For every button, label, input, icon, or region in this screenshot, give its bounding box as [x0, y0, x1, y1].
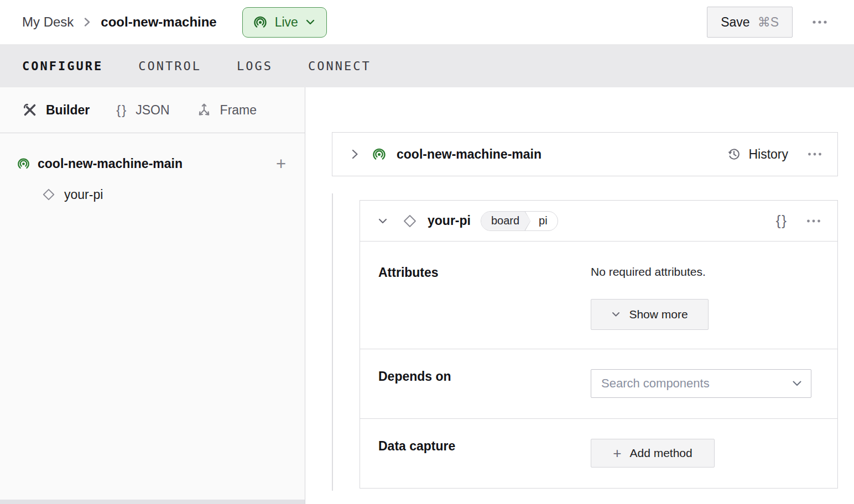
collapse-chevron-down-icon[interactable]: [377, 217, 388, 225]
braces-icon: {}: [116, 102, 127, 118]
live-status-label: Live: [275, 15, 298, 30]
configure-sidebar: Builder {} JSON Frame: [0, 87, 305, 504]
component-title: your-pi: [428, 213, 471, 228]
top-bar: My Desk cool-new-machine Live Save ⌘S: [0, 0, 854, 44]
add-method-button[interactable]: + Add method: [591, 439, 715, 468]
breadcrumb-machine-name: cool-new-machine: [101, 14, 216, 30]
tree-item-your-pi[interactable]: your-pi: [0, 179, 305, 210]
add-component-button[interactable]: +: [276, 155, 286, 172]
plus-icon: +: [613, 446, 621, 460]
component-card-header: your-pi board pi {}: [360, 201, 837, 241]
breadcrumb-chevron-icon: [83, 16, 91, 28]
component-diamond-icon: [42, 188, 55, 201]
sidebar-horizontal-scrollbar[interactable]: [0, 500, 305, 504]
machine-card-overflow-menu-icon[interactable]: [806, 149, 823, 160]
component-type-badge: board pi: [481, 211, 558, 231]
show-more-button[interactable]: Show more: [591, 299, 709, 330]
view-frame[interactable]: Frame: [196, 102, 257, 118]
history-button[interactable]: History: [727, 147, 788, 162]
configure-main-area: cool-new-machine-main History: [305, 87, 854, 504]
attributes-label: Attributes: [378, 265, 591, 349]
topbar-overflow-menu-icon[interactable]: [811, 17, 829, 28]
tree-machine-label: cool-new-machine-main: [38, 156, 183, 171]
machine-online-icon: [17, 157, 30, 171]
frame-axes-icon: [196, 102, 212, 118]
view-builder-label: Builder: [46, 103, 90, 118]
show-more-label: Show more: [629, 308, 688, 321]
component-diamond-icon: [403, 214, 417, 228]
machine-part-card: cool-new-machine-main History: [332, 132, 838, 176]
save-shortcut-hint: ⌘S: [758, 15, 779, 30]
live-status-dropdown[interactable]: Live: [242, 7, 327, 38]
depends-on-section: Depends on: [360, 349, 837, 418]
view-frame-label: Frame: [220, 103, 257, 118]
page-tab-bar: CONFIGURE CONTROL LOGS CONNECT: [0, 44, 854, 87]
search-components-input[interactable]: [591, 369, 811, 398]
tab-logs[interactable]: LOGS: [237, 59, 273, 73]
history-icon: [727, 147, 741, 161]
data-capture-section: Data capture + Add method: [360, 418, 837, 488]
tree-connector-line: [332, 193, 333, 491]
view-builder[interactable]: Builder: [22, 102, 90, 118]
view-json-label: JSON: [136, 103, 169, 118]
save-button-label: Save: [721, 15, 749, 30]
expand-chevron-right-icon[interactable]: [350, 148, 360, 161]
live-chevron-down-icon: [305, 19, 315, 25]
machine-part-title: cool-new-machine-main: [397, 147, 541, 162]
component-model: pi: [531, 212, 558, 230]
machine-online-icon: [372, 147, 387, 162]
tree-your-pi-label: your-pi: [64, 187, 103, 202]
depends-on-select: [591, 369, 811, 398]
breadcrumb-parent-link[interactable]: My Desk: [22, 14, 74, 30]
tab-control[interactable]: CONTROL: [138, 59, 201, 73]
view-json[interactable]: {} JSON: [116, 102, 169, 118]
tab-configure[interactable]: CONFIGURE: [22, 59, 103, 73]
component-tree: cool-new-machine-main + your-pi: [0, 133, 305, 210]
depends-on-label: Depends on: [378, 369, 591, 418]
tab-connect[interactable]: CONNECT: [308, 59, 371, 73]
history-button-label: History: [748, 147, 788, 162]
tools-icon: [22, 102, 38, 118]
save-button[interactable]: Save ⌘S: [707, 7, 793, 38]
chevron-down-icon: [611, 311, 621, 318]
live-broadcast-icon: [253, 15, 268, 30]
add-method-label: Add method: [629, 447, 692, 460]
data-capture-label: Data capture: [378, 439, 591, 488]
edit-json-braces-icon[interactable]: {}: [776, 212, 788, 229]
view-switcher: Builder {} JSON Frame: [0, 87, 305, 133]
attributes-section: Attributes No required attributes. Show …: [360, 241, 837, 349]
component-type: board: [481, 212, 530, 230]
component-overflow-menu-icon[interactable]: [805, 216, 822, 227]
component-card-your-pi: your-pi board pi {}: [360, 200, 838, 489]
tree-item-machine[interactable]: cool-new-machine-main +: [0, 148, 305, 179]
attributes-empty-message: No required attributes.: [591, 265, 837, 279]
